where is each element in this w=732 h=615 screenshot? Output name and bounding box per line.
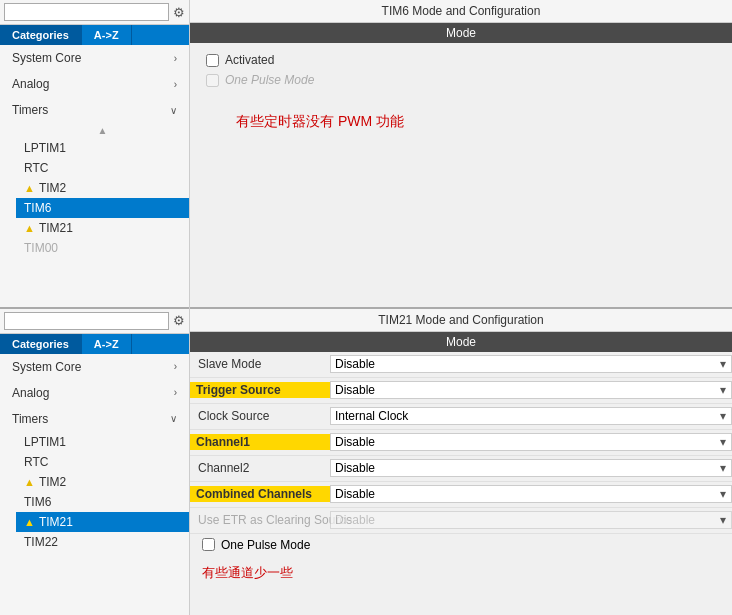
- top-nav-analog-chevron: ›: [174, 79, 177, 90]
- top-nav-timers-label: Timers: [12, 103, 48, 117]
- config-select-5[interactable]: Disable: [330, 485, 732, 503]
- tim21-panel-title: TIM21 Mode and Configuration: [190, 309, 732, 332]
- top-sub-tim6[interactable]: TIM6: [16, 198, 189, 218]
- channel-notice: 有些通道少一些: [190, 556, 732, 590]
- bottom-sub-lptim1-label: LPTIM1: [24, 435, 66, 449]
- bottom-tab-atoz[interactable]: A->Z: [82, 334, 132, 354]
- bottom-nav-timers-label: Timers: [12, 412, 48, 426]
- activated-checkbox[interactable]: [206, 54, 219, 67]
- config-select-container-4: DisableInput Capture direct modeOutput C…: [330, 459, 732, 477]
- top-sub-tim00[interactable]: TIM00: [16, 238, 189, 258]
- bottom-nav-analog-label: Analog: [12, 386, 49, 400]
- config-select-3[interactable]: DisableInput Capture direct modeOutput C…: [330, 433, 732, 451]
- top-tim2-warn-icon: ▲: [24, 182, 35, 194]
- config-label-3: Channel1: [190, 434, 330, 450]
- main-container: ⚙ Categories A->Z System Core › Analog ›…: [0, 0, 732, 615]
- config-row-3: Channel1DisableInput Capture direct mode…: [190, 430, 732, 456]
- config-select-0[interactable]: DisableReset ModeGated ModeTrigger ModeE…: [330, 355, 732, 373]
- top-nav-analog[interactable]: Analog ›: [0, 71, 189, 97]
- top-scroll-up[interactable]: ▲: [16, 123, 189, 138]
- bottom-tab-categories[interactable]: Categories: [0, 334, 82, 354]
- top-sub-tim21[interactable]: ▲ TIM21: [16, 218, 189, 238]
- pwm-notice: 有些定时器没有 PWM 功能: [206, 93, 716, 151]
- bottom-nav-system-core[interactable]: System Core ›: [0, 354, 189, 380]
- config-select-4[interactable]: DisableInput Capture direct modeOutput C…: [330, 459, 732, 477]
- right-top-panel: TIM6 Mode and Configuration Mode Activat…: [190, 0, 732, 309]
- top-tab-bar: Categories A->Z: [0, 25, 189, 45]
- top-sub-tim6-label: TIM6: [24, 201, 51, 215]
- bottom-gear-icon[interactable]: ⚙: [173, 313, 185, 328]
- config-row-0: Slave ModeDisableReset ModeGated ModeTri…: [190, 352, 732, 378]
- config-label-4: Channel2: [190, 461, 330, 475]
- tim6-mode-header: Mode: [190, 23, 732, 43]
- bottom-sub-lptim1[interactable]: LPTIM1: [16, 432, 189, 452]
- tim6-panel-title: TIM6 Mode and Configuration: [190, 0, 732, 23]
- bottom-sub-tim21-label: TIM21: [39, 515, 73, 529]
- bottom-search-bar: ⚙: [0, 309, 189, 334]
- left-top-panel: ⚙ Categories A->Z System Core › Analog ›…: [0, 0, 189, 309]
- bottom-sub-tim6-label: TIM6: [24, 495, 51, 509]
- bottom-nav-system-core-label: System Core: [12, 360, 81, 374]
- top-tim21-warn-icon: ▲: [24, 222, 35, 234]
- config-label-1: Trigger Source: [190, 382, 330, 398]
- top-sub-rtc[interactable]: RTC: [16, 158, 189, 178]
- config-select-container-1: DisableITR0ITR1TI1FP1TI2FP2TI1F_EDIntern…: [330, 381, 732, 399]
- config-select-container-2: Internal ClockExternal Clock Mode 1Exter…: [330, 407, 732, 425]
- bottom-search-input[interactable]: [4, 312, 169, 330]
- left-panel: ⚙ Categories A->Z System Core › Analog ›…: [0, 0, 190, 615]
- top-nav-system-core[interactable]: System Core ›: [0, 45, 189, 71]
- bottom-sub-rtc[interactable]: RTC: [16, 452, 189, 472]
- bottom-nav-timers-chevron: ∨: [170, 413, 177, 424]
- bottom-sub-tim22-label: TIM22: [24, 535, 58, 549]
- top-search-input[interactable]: [4, 3, 169, 21]
- bottom-sub-tim21[interactable]: ▲ TIM21: [16, 512, 189, 532]
- bottom-sub-tim22[interactable]: TIM22: [16, 532, 189, 552]
- top-sub-lptim1-label: LPTIM1: [24, 141, 66, 155]
- top-sub-tim00-label: TIM00: [24, 241, 58, 255]
- activated-label: Activated: [225, 53, 274, 67]
- config-label-6: Use ETR as Clearing Source: [190, 513, 330, 527]
- top-nav-timers-chevron: ∨: [170, 105, 177, 116]
- bottom-sub-tim2-label: TIM2: [39, 475, 66, 489]
- config-label-2: Clock Source: [190, 409, 330, 423]
- bottom-sub-items: LPTIM1 RTC ▲ TIM2 TIM6 ▲ TIM21 TIM22: [0, 432, 189, 552]
- top-nav-system-core-chevron: ›: [174, 53, 177, 64]
- top-sub-lptim1[interactable]: LPTIM1: [16, 138, 189, 158]
- one-pulse-row-top: One Pulse Mode: [206, 73, 716, 87]
- one-pulse-checkbox-top[interactable]: [206, 74, 219, 87]
- top-tab-atoz[interactable]: A->Z: [82, 25, 132, 45]
- activated-row: Activated: [206, 53, 716, 67]
- bottom-sub-rtc-label: RTC: [24, 455, 48, 469]
- top-search-bar: ⚙: [0, 0, 189, 25]
- config-row-2: Clock SourceInternal ClockExternal Clock…: [190, 404, 732, 430]
- right-bottom-panel: TIM21 Mode and Configuration Mode Slave …: [190, 309, 732, 616]
- right-panel: TIM6 Mode and Configuration Mode Activat…: [190, 0, 732, 615]
- top-nav-system-core-label: System Core: [12, 51, 81, 65]
- config-row-6: Use ETR as Clearing SourceDisable: [190, 508, 732, 534]
- one-pulse-checkbox-bottom[interactable]: [202, 538, 215, 551]
- config-label-0: Slave Mode: [190, 357, 330, 371]
- config-select-2[interactable]: Internal ClockExternal Clock Mode 1Exter…: [330, 407, 732, 425]
- bottom-sub-tim6[interactable]: TIM6: [16, 492, 189, 512]
- config-select-container-0: DisableReset ModeGated ModeTrigger ModeE…: [330, 355, 732, 373]
- tim6-mode-content: Activated One Pulse Mode 有些定时器没有 PWM 功能: [190, 43, 732, 307]
- bottom-sub-tim2[interactable]: ▲ TIM2: [16, 472, 189, 492]
- bottom-nav-timers[interactable]: Timers ∨: [0, 406, 189, 432]
- bottom-nav-analog[interactable]: Analog ›: [0, 380, 189, 406]
- config-select-6[interactable]: Disable: [330, 511, 732, 529]
- config-label-5: Combined Channels: [190, 486, 330, 502]
- config-select-1[interactable]: DisableITR0ITR1TI1FP1TI2FP2TI1F_EDIntern…: [330, 381, 732, 399]
- tim21-mode-header: Mode: [190, 332, 732, 352]
- top-nav-timers[interactable]: Timers ∨: [0, 97, 189, 123]
- bottom-nav-system-core-chevron: ›: [174, 361, 177, 372]
- top-gear-icon[interactable]: ⚙: [173, 5, 185, 20]
- one-pulse-row-bottom: One Pulse Mode: [190, 534, 732, 556]
- bottom-tim2-warn-icon: ▲: [24, 476, 35, 488]
- top-sub-tim21-label: TIM21: [39, 221, 73, 235]
- bottom-nav-analog-chevron: ›: [174, 387, 177, 398]
- top-tab-categories[interactable]: Categories: [0, 25, 82, 45]
- one-pulse-label-top: One Pulse Mode: [225, 73, 314, 87]
- config-select-container-6: Disable: [330, 511, 732, 529]
- top-sub-tim2[interactable]: ▲ TIM2: [16, 178, 189, 198]
- top-sub-items: ▲ LPTIM1 RTC ▲ TIM2 TIM6 ▲ TIM21: [0, 123, 189, 258]
